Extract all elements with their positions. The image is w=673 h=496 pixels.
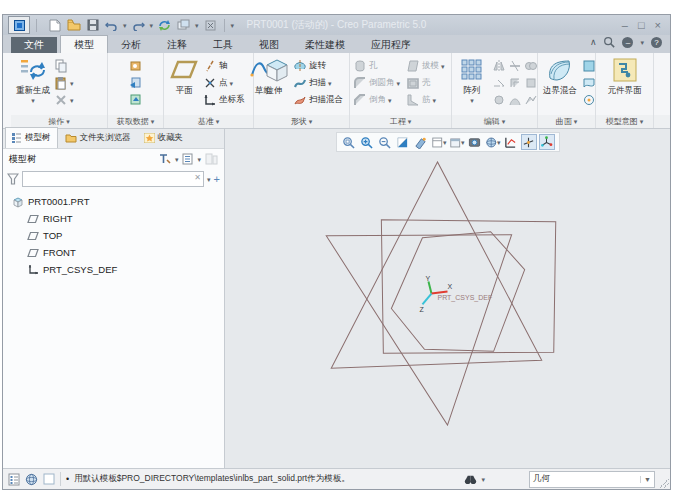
z-axis-arrow[interactable] <box>422 294 431 305</box>
help-icon[interactable]: ? <box>651 37 662 48</box>
paste-dropdown[interactable]: ▾ <box>70 80 74 87</box>
tab-favorites[interactable]: 收藏夹 <box>138 128 190 148</box>
sketch-triangle-up[interactable] <box>331 162 541 368</box>
app-icon[interactable] <box>8 16 30 34</box>
redo-button[interactable] <box>131 18 146 33</box>
shading-icon[interactable] <box>413 134 429 150</box>
graphics-viewport[interactable]: ▾ ▾ ▾ YXZPRT_CSYS_DEF <box>225 129 670 468</box>
toggle-navigator-icon[interactable] <box>8 473 20 486</box>
paste-button[interactable]: ▾ <box>54 75 74 91</box>
new-file-button[interactable] <box>47 18 62 33</box>
group-label-engineering[interactable]: 工程▾ <box>350 115 451 128</box>
tab-annotate[interactable]: 注释 <box>154 36 200 53</box>
customize-qat-dropdown[interactable]: ▾ <box>231 22 235 29</box>
regenerate-quick-button[interactable] <box>157 18 172 33</box>
swept-blend-button[interactable]: 扫描混合 <box>293 92 343 108</box>
pattern-button[interactable]: 阵列 ▾ <box>455 56 489 104</box>
mirror-button[interactable] <box>491 58 507 74</box>
tree-node-right-plane[interactable]: RIGHT <box>3 210 224 227</box>
shrinkwrap-button[interactable] <box>129 92 143 108</box>
tree-node-default-csys[interactable]: PRT_CSYS_DEF <box>3 261 224 278</box>
saved-orientations-icon[interactable]: ▾ <box>449 134 465 150</box>
refit-icon[interactable] <box>341 134 357 150</box>
extend-button[interactable] <box>491 75 507 91</box>
y-axis-arrow[interactable] <box>428 282 431 294</box>
undo-button[interactable] <box>104 18 119 33</box>
datum-point-dropdown[interactable]: ▾ <box>230 80 234 87</box>
minimize-ribbon-icon[interactable]: ∧ <box>590 37 597 47</box>
display-style-icon[interactable]: ▾ <box>431 134 447 150</box>
command-search-icon[interactable] <box>603 36 615 48</box>
tree-filters-icon[interactable] <box>182 153 193 165</box>
tab-flexible-modeling[interactable]: 柔性建模 <box>292 36 358 53</box>
tab-analysis[interactable]: 分析 <box>108 36 154 53</box>
help-dropdown[interactable]: ▾ <box>640 39 644 46</box>
search-options-dropdown[interactable]: ▾ <box>207 176 211 183</box>
sweep-button[interactable]: 扫描▾ <box>293 75 343 91</box>
fill-button[interactable] <box>581 58 597 74</box>
style-button[interactable] <box>581 75 597 91</box>
selection-filter-dropdown[interactable]: 几何 ▼ <box>529 471 655 488</box>
tree-search-input[interactable] <box>22 171 204 187</box>
expand-search-button[interactable]: + <box>214 174 220 185</box>
datum-point-button[interactable]: 点▾ <box>203 75 245 91</box>
zoom-in-icon[interactable] <box>359 134 375 150</box>
sweep-dropdown[interactable]: ▾ <box>328 80 332 87</box>
group-label-surfaces[interactable]: 曲面▾ <box>538 115 595 128</box>
spin-center-icon[interactable] <box>521 134 537 150</box>
thicken-button[interactable] <box>523 75 539 91</box>
copy-button[interactable] <box>54 58 74 74</box>
user-defined-feature-button[interactable] <box>129 58 143 74</box>
tab-model[interactable]: 模型 <box>60 35 108 53</box>
tree-node-top-plane[interactable]: TOP <box>3 227 224 244</box>
connect-icon[interactable]: – <box>622 37 633 48</box>
clear-search-icon[interactable]: ✕ <box>194 173 201 182</box>
sketch-canvas[interactable]: YXZPRT_CSYS_DEF <box>225 129 670 468</box>
delete-button[interactable]: ▾ <box>54 92 74 108</box>
view-manager-icon[interactable] <box>467 134 483 150</box>
regenerate-dropdown[interactable]: ▾ <box>31 97 35 104</box>
search-binoculars-icon[interactable] <box>463 473 478 485</box>
minimize-button[interactable]: – <box>622 19 628 31</box>
pattern-dropdown[interactable]: ▾ <box>470 97 474 104</box>
tab-view[interactable]: 视图 <box>246 36 292 53</box>
offset-button[interactable] <box>507 75 523 91</box>
draft-button[interactable]: 拔模▾ <box>406 58 445 74</box>
orientation-icon[interactable] <box>539 134 555 150</box>
zoom-out-icon[interactable] <box>377 134 393 150</box>
web-browser-icon[interactable] <box>25 473 38 486</box>
resize-grip[interactable] <box>659 478 669 488</box>
filter-funnel-icon[interactable] <box>7 173 19 185</box>
tab-folder-browser[interactable]: 文件夹浏览器 <box>59 128 137 148</box>
rib-button[interactable]: 筋▾ <box>406 92 445 108</box>
chamfer-button[interactable]: 倒角▾ <box>353 92 400 108</box>
extrude-button[interactable]: 拉伸 <box>257 56 291 97</box>
search-options-dropdown[interactable]: ▾ <box>481 476 485 483</box>
datum-csys-button[interactable]: 坐标系 <box>203 92 245 108</box>
open-file-button[interactable] <box>66 18 81 33</box>
tab-file[interactable]: 文件 <box>11 37 57 53</box>
group-label-editing[interactable]: 编辑▾ <box>452 115 537 128</box>
tab-applications[interactable]: 应用程序 <box>358 36 424 53</box>
tab-tools[interactable]: 工具 <box>200 36 246 53</box>
maximize-button[interactable]: □ <box>638 19 645 31</box>
sketch-triangle-down[interactable] <box>326 235 511 425</box>
project-button[interactable] <box>523 92 539 108</box>
repaint-icon[interactable] <box>395 134 411 150</box>
component-interface-button[interactable]: 元件界面 <box>606 56 644 97</box>
close-button[interactable]: × <box>655 19 661 31</box>
round-button[interactable]: 倒圆角▾ <box>353 75 400 91</box>
tree-columns-icon[interactable] <box>205 153 218 165</box>
datum-axis-button[interactable]: 轴 <box>203 58 245 74</box>
redo-dropdown[interactable]: ▾ <box>150 22 154 29</box>
tree-settings-icon[interactable] <box>158 153 171 165</box>
sketch-rectangle[interactable] <box>381 220 555 354</box>
import-button[interactable] <box>129 75 143 91</box>
regenerate-button[interactable]: 重新生成 ▾ <box>14 56 52 104</box>
tree-settings-dropdown[interactable]: ▾ <box>175 156 179 163</box>
solidify-button[interactable] <box>491 92 507 108</box>
window-switch-button[interactable] <box>176 18 191 33</box>
tree-filters-dropdown[interactable]: ▾ <box>197 156 201 163</box>
tree-node-front-plane[interactable]: FRONT <box>3 244 224 261</box>
merge-button[interactable] <box>523 58 539 74</box>
